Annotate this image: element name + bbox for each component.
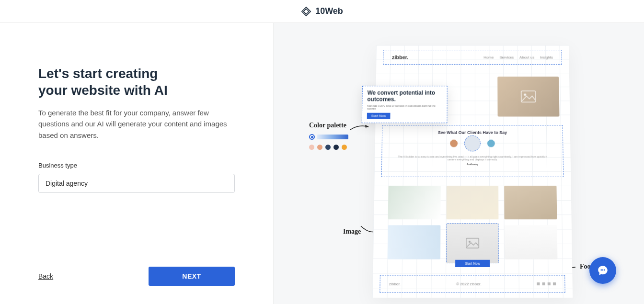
svg-point-3 — [469, 241, 471, 243]
next-button[interactable]: NEXT — [149, 267, 235, 286]
image-placeholder-icon — [521, 90, 536, 102]
preview-gallery — [387, 186, 557, 263]
nav-item: Services — [499, 55, 514, 59]
page-description: To generate the best fit for your compan… — [38, 107, 235, 141]
preview-hero-card: We convert potential into outcomes. Mana… — [362, 86, 448, 123]
business-type-input[interactable] — [38, 174, 235, 193]
brand-name: 10Web — [315, 6, 343, 16]
color-palette — [309, 134, 348, 150]
chat-button[interactable] — [589, 257, 616, 284]
swatch — [325, 145, 331, 150]
swatch — [317, 145, 322, 150]
testimonial-name: Anthony — [382, 163, 563, 166]
avatar-icon — [487, 140, 495, 147]
anno-image: Image — [343, 228, 361, 236]
avatar-placeholder — [464, 135, 481, 152]
app-header: 10Web — [0, 0, 644, 23]
footer-social — [537, 282, 556, 285]
nav-item: About us — [519, 55, 534, 59]
social-icon — [548, 282, 551, 285]
chat-icon — [597, 264, 609, 277]
svg-rect-2 — [466, 238, 479, 248]
palette-selected-icon — [309, 134, 315, 140]
arrow-palette-icon — [349, 123, 369, 132]
hero-cta: Start Now — [367, 113, 391, 119]
gallery-image-placeholder — [446, 223, 499, 263]
preview-testimonials: See What Our Clients Have to Say The AI … — [381, 125, 564, 177]
nav-item: Insights — [540, 55, 553, 59]
swatch — [342, 145, 347, 150]
gallery-image — [446, 186, 499, 219]
business-type-label: Business type — [38, 162, 235, 169]
svg-point-6 — [604, 270, 605, 271]
preview-canvas: zibber. Home Services About us Insights … — [372, 45, 573, 298]
preview-site-name: zibber. — [392, 55, 408, 60]
heading-line2: your website with AI — [38, 83, 168, 98]
form-panel: Let's start creating your website with A… — [0, 23, 273, 304]
testimonials-heading: See What Our Clients Have to Say — [382, 130, 563, 135]
preview-hero-image — [497, 77, 559, 117]
image-placeholder-icon — [466, 238, 479, 248]
swatch — [334, 145, 339, 150]
footer-site: zibber. — [389, 281, 401, 286]
social-icon — [542, 282, 545, 285]
gallery-image — [505, 186, 557, 219]
palette-gradient — [317, 135, 348, 139]
svg-rect-0 — [521, 91, 536, 102]
gallery-image — [388, 186, 441, 219]
social-icon — [553, 282, 556, 285]
swatch — [309, 145, 314, 150]
hero-sub: Manage every kind of contact in collecti… — [367, 104, 442, 110]
nav-item: Home — [483, 55, 494, 59]
avatar-icon — [450, 140, 458, 147]
page-title: Let's start creating your website with A… — [38, 65, 235, 99]
preview-panel: Header Footer Color palette Image Font-f… — [273, 23, 644, 304]
gallery-image — [505, 225, 558, 259]
back-link[interactable]: Back — [38, 272, 53, 280]
testimonial-body: The AI builder is so easy to use and eve… — [382, 155, 563, 161]
svg-point-1 — [524, 93, 526, 96]
gallery-image — [388, 225, 441, 259]
preview-nav: Home Services About us Insights — [483, 55, 553, 59]
logo-icon — [301, 6, 311, 17]
footer-copy: © 2022 zibber. — [456, 281, 482, 286]
preview-footer: zibber. © 2022 zibber. — [380, 275, 565, 293]
preview-header: zibber. Home Services About us Insights — [383, 50, 562, 65]
social-icon — [537, 282, 540, 285]
svg-point-4 — [600, 270, 602, 271]
heading-line1: Let's start creating — [38, 66, 158, 81]
hero-title: We convert potential into outcomes. — [367, 90, 442, 103]
anno-color-palette: Color palette — [309, 122, 346, 129]
svg-point-5 — [602, 270, 604, 271]
preview-cta: Start Now — [455, 260, 490, 267]
